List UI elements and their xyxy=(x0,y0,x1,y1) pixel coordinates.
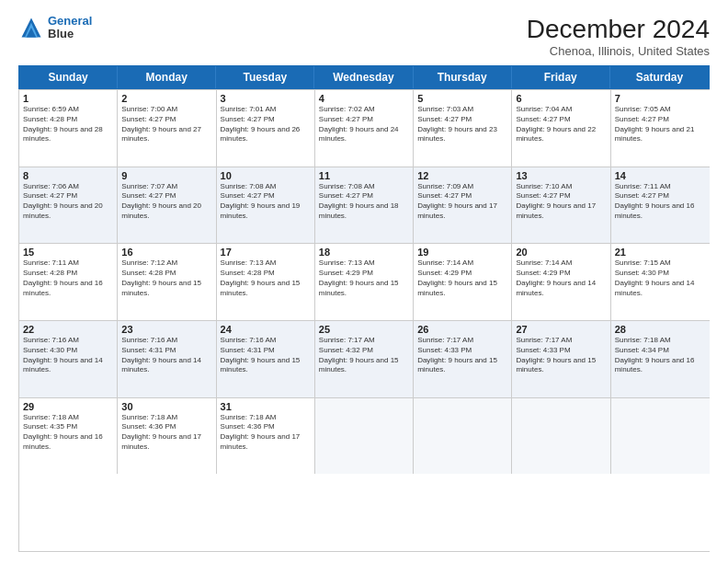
day-number: 21 xyxy=(615,247,706,258)
day-info: Sunrise: 7:05 AMSunset: 4:27 PMDaylight:… xyxy=(615,105,706,144)
day-number: 2 xyxy=(121,93,211,104)
day-header-sunday: Sunday xyxy=(19,66,118,88)
calendar-cell: 14Sunrise: 7:11 AMSunset: 4:27 PMDayligh… xyxy=(611,167,710,244)
day-info: Sunrise: 7:18 AMSunset: 4:34 PMDaylight:… xyxy=(615,336,706,375)
calendar-cell: 10Sunrise: 7:08 AMSunset: 4:27 PMDayligh… xyxy=(217,167,315,244)
calendar-row: 15Sunrise: 7:11 AMSunset: 4:28 PMDayligh… xyxy=(19,243,710,320)
day-number: 24 xyxy=(221,324,311,335)
subtitle: Chenoa, Illinois, United States xyxy=(527,44,710,58)
calendar-cell: 5Sunrise: 7:03 AMSunset: 4:27 PMDaylight… xyxy=(414,90,512,167)
calendar-cell: 29Sunrise: 7:18 AMSunset: 4:35 PMDayligh… xyxy=(19,398,118,475)
calendar-cell: 6Sunrise: 7:04 AMSunset: 4:27 PMDaylight… xyxy=(512,90,610,167)
calendar-cell: 21Sunrise: 7:15 AMSunset: 4:30 PMDayligh… xyxy=(611,244,710,320)
day-number: 22 xyxy=(23,324,113,335)
day-info: Sunrise: 7:10 AMSunset: 4:27 PMDaylight:… xyxy=(516,182,606,222)
day-header-saturday: Saturday xyxy=(610,66,709,88)
day-info: Sunrise: 7:17 AMSunset: 4:32 PMDaylight:… xyxy=(319,336,409,375)
day-number: 15 xyxy=(23,247,113,258)
calendar-cell: 7Sunrise: 7:05 AMSunset: 4:27 PMDaylight… xyxy=(611,90,710,167)
day-info: Sunrise: 7:08 AMSunset: 4:27 PMDaylight:… xyxy=(221,182,311,222)
header: General Blue December 2024 Chenoa, Illin… xyxy=(18,15,710,58)
logo-text: General Blue xyxy=(48,15,92,41)
day-number: 12 xyxy=(417,170,507,181)
calendar-cell: 26Sunrise: 7:17 AMSunset: 4:33 PMDayligh… xyxy=(414,321,512,397)
calendar-cell: 17Sunrise: 7:13 AMSunset: 4:28 PMDayligh… xyxy=(217,244,315,320)
day-info: Sunrise: 7:04 AMSunset: 4:27 PMDaylight:… xyxy=(516,105,606,144)
day-header-monday: Monday xyxy=(118,66,216,88)
day-number: 8 xyxy=(23,170,113,181)
day-header-friday: Friday xyxy=(512,66,610,88)
day-number: 26 xyxy=(417,324,507,335)
calendar-row: 22Sunrise: 7:16 AMSunset: 4:30 PMDayligh… xyxy=(19,320,710,397)
day-info: Sunrise: 7:09 AMSunset: 4:27 PMDaylight:… xyxy=(417,182,507,222)
day-number: 27 xyxy=(516,324,606,335)
day-number: 7 xyxy=(615,93,706,104)
calendar-cell: 24Sunrise: 7:16 AMSunset: 4:31 PMDayligh… xyxy=(217,321,315,397)
calendar: SundayMondayTuesdayWednesdayThursdayFrid… xyxy=(18,65,710,552)
day-number: 9 xyxy=(121,170,211,181)
calendar-cell: 19Sunrise: 7:14 AMSunset: 4:29 PMDayligh… xyxy=(414,244,512,320)
calendar-cell: 22Sunrise: 7:16 AMSunset: 4:30 PMDayligh… xyxy=(19,321,118,397)
day-info: Sunrise: 7:18 AMSunset: 4:36 PMDaylight:… xyxy=(221,413,311,453)
day-number: 19 xyxy=(417,247,507,258)
title-block: December 2024 Chenoa, Illinois, United S… xyxy=(527,15,710,58)
day-info: Sunrise: 7:13 AMSunset: 4:29 PMDaylight:… xyxy=(319,259,409,298)
calendar-row: 8Sunrise: 7:06 AMSunset: 4:27 PMDaylight… xyxy=(19,167,710,244)
calendar-cell: 30Sunrise: 7:18 AMSunset: 4:36 PMDayligh… xyxy=(118,398,216,475)
day-number: 11 xyxy=(319,170,409,181)
day-number: 10 xyxy=(221,170,311,181)
calendar-cell: 1Sunrise: 6:59 AMSunset: 4:28 PMDaylight… xyxy=(19,90,118,167)
calendar-cell: 2Sunrise: 7:00 AMSunset: 4:27 PMDaylight… xyxy=(118,90,216,167)
calendar-cell: 9Sunrise: 7:07 AMSunset: 4:27 PMDaylight… xyxy=(118,167,216,244)
calendar-cell: 4Sunrise: 7:02 AMSunset: 4:27 PMDaylight… xyxy=(315,90,414,167)
day-info: Sunrise: 7:13 AMSunset: 4:28 PMDaylight:… xyxy=(221,259,311,298)
day-info: Sunrise: 7:11 AMSunset: 4:27 PMDaylight:… xyxy=(615,182,706,222)
calendar-row: 29Sunrise: 7:18 AMSunset: 4:35 PMDayligh… xyxy=(19,397,710,475)
day-number: 17 xyxy=(221,247,311,258)
day-info: Sunrise: 7:02 AMSunset: 4:27 PMDaylight:… xyxy=(319,105,409,144)
calendar-cell: 13Sunrise: 7:10 AMSunset: 4:27 PMDayligh… xyxy=(512,167,610,244)
calendar-cell: 16Sunrise: 7:12 AMSunset: 4:28 PMDayligh… xyxy=(118,244,216,320)
calendar-cell: 20Sunrise: 7:14 AMSunset: 4:29 PMDayligh… xyxy=(512,244,610,320)
day-number: 3 xyxy=(221,93,311,104)
logo: General Blue xyxy=(18,15,92,41)
day-info: Sunrise: 7:17 AMSunset: 4:33 PMDaylight:… xyxy=(516,336,606,375)
day-info: Sunrise: 7:15 AMSunset: 4:30 PMDaylight:… xyxy=(615,259,706,298)
calendar-cell: 23Sunrise: 7:16 AMSunset: 4:31 PMDayligh… xyxy=(118,321,216,397)
day-info: Sunrise: 7:03 AMSunset: 4:27 PMDaylight:… xyxy=(417,105,507,144)
day-number: 13 xyxy=(516,170,606,181)
calendar-header: SundayMondayTuesdayWednesdayThursdayFrid… xyxy=(18,65,710,89)
day-info: Sunrise: 7:01 AMSunset: 4:27 PMDaylight:… xyxy=(221,105,311,144)
day-info: Sunrise: 7:11 AMSunset: 4:28 PMDaylight:… xyxy=(23,259,113,298)
calendar-cell: 25Sunrise: 7:17 AMSunset: 4:32 PMDayligh… xyxy=(315,321,414,397)
day-number: 25 xyxy=(319,324,409,335)
calendar-cell: 15Sunrise: 7:11 AMSunset: 4:28 PMDayligh… xyxy=(19,244,118,320)
day-info: Sunrise: 7:06 AMSunset: 4:27 PMDaylight:… xyxy=(23,182,113,222)
calendar-cell: 18Sunrise: 7:13 AMSunset: 4:29 PMDayligh… xyxy=(315,244,414,320)
day-header-thursday: Thursday xyxy=(414,66,512,88)
calendar-cell xyxy=(611,398,710,475)
day-number: 28 xyxy=(615,324,706,335)
calendar-cell: 31Sunrise: 7:18 AMSunset: 4:36 PMDayligh… xyxy=(217,398,315,475)
day-info: Sunrise: 7:16 AMSunset: 4:30 PMDaylight:… xyxy=(23,336,113,375)
day-info: Sunrise: 7:14 AMSunset: 4:29 PMDaylight:… xyxy=(417,259,507,298)
day-number: 29 xyxy=(23,401,113,412)
main-title: December 2024 xyxy=(527,15,710,44)
calendar-row: 1Sunrise: 6:59 AMSunset: 4:28 PMDaylight… xyxy=(19,89,710,167)
day-number: 16 xyxy=(121,247,211,258)
day-number: 20 xyxy=(516,247,606,258)
day-info: Sunrise: 7:18 AMSunset: 4:36 PMDaylight:… xyxy=(121,413,211,453)
day-info: Sunrise: 7:07 AMSunset: 4:27 PMDaylight:… xyxy=(121,182,211,222)
calendar-cell: 11Sunrise: 7:08 AMSunset: 4:27 PMDayligh… xyxy=(315,167,414,244)
day-number: 6 xyxy=(516,93,606,104)
day-number: 30 xyxy=(121,401,211,412)
calendar-cell: 28Sunrise: 7:18 AMSunset: 4:34 PMDayligh… xyxy=(611,321,710,397)
day-info: Sunrise: 7:16 AMSunset: 4:31 PMDaylight:… xyxy=(121,336,211,375)
day-info: Sunrise: 7:14 AMSunset: 4:29 PMDaylight:… xyxy=(516,259,606,298)
day-info: Sunrise: 7:16 AMSunset: 4:31 PMDaylight:… xyxy=(221,336,311,375)
calendar-body: 1Sunrise: 6:59 AMSunset: 4:28 PMDaylight… xyxy=(18,89,710,552)
calendar-cell: 12Sunrise: 7:09 AMSunset: 4:27 PMDayligh… xyxy=(414,167,512,244)
day-info: Sunrise: 7:12 AMSunset: 4:28 PMDaylight:… xyxy=(121,259,211,298)
day-number: 14 xyxy=(615,170,706,181)
calendar-cell: 8Sunrise: 7:06 AMSunset: 4:27 PMDaylight… xyxy=(19,167,118,244)
